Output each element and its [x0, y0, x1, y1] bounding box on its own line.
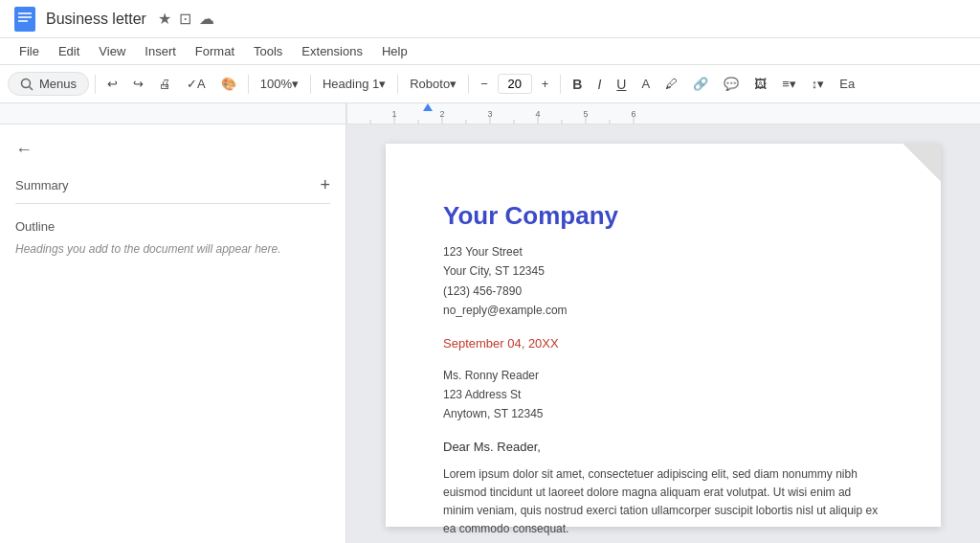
- undo-button[interactable]: ↩: [101, 73, 123, 95]
- ruler-svg: 1 2 3 4 5 6: [346, 103, 980, 124]
- line-spacing-button[interactable]: ↕▾: [806, 73, 831, 95]
- cloud-icon[interactable]: ☁: [199, 10, 214, 28]
- underline-button[interactable]: U: [611, 73, 632, 96]
- date-line: September 04, 20XX: [443, 336, 883, 351]
- main-area: ← Summary + Outline Headings you add to …: [0, 124, 980, 543]
- font-size-decrease[interactable]: −: [475, 73, 494, 95]
- ruler-row: 1 2 3 4 5 6: [0, 103, 980, 124]
- search-icon: [20, 78, 33, 91]
- italic-button[interactable]: I: [591, 73, 607, 96]
- image-button[interactable]: 🖼: [748, 73, 772, 95]
- search-menus-button[interactable]: Menus: [8, 72, 89, 96]
- redo-button[interactable]: ↪: [127, 73, 149, 95]
- summary-label: Summary: [15, 178, 69, 192]
- svg-rect-3: [18, 20, 28, 22]
- recipient-addr2: Anytown, ST 12345: [443, 404, 883, 423]
- address-line2: Your City, ST 12345: [443, 261, 883, 281]
- menu-extensions[interactable]: Extensions: [294, 42, 370, 60]
- ruler-left: [0, 103, 346, 124]
- link-button[interactable]: 🔗: [687, 73, 714, 95]
- address-line4: no_reply@example.com: [443, 301, 883, 320]
- sidebar-summary-row: Summary +: [15, 175, 330, 195]
- menu-view[interactable]: View: [91, 42, 133, 60]
- title-bar: Business letter ★ ⊡ ☁: [0, 0, 980, 38]
- menu-file[interactable]: File: [11, 42, 47, 60]
- separator-6: [560, 75, 561, 94]
- ruler-right: 1 2 3 4 5 6: [346, 103, 980, 124]
- recipient-block: Ms. Ronny Reader 123 Address St Anytown,…: [443, 366, 883, 424]
- svg-rect-0: [14, 7, 35, 32]
- ruler-cursor: [423, 103, 433, 111]
- document-title[interactable]: Business letter: [46, 11, 146, 28]
- heading-style-label: Heading 1: [323, 77, 379, 91]
- separator-5: [468, 75, 469, 94]
- comment-button[interactable]: 💬: [718, 73, 745, 95]
- highlight-button[interactable]: 🖊: [659, 73, 683, 95]
- separator: [95, 75, 96, 94]
- recipient-addr1: 123 Address St: [443, 385, 883, 404]
- zoom-value: 100%: [260, 77, 292, 91]
- bold-button[interactable]: B: [567, 73, 588, 96]
- company-name: Your Company: [443, 201, 883, 231]
- heading-dropdown-icon: ▾: [379, 77, 386, 91]
- outline-label: Outline: [15, 219, 330, 234]
- paint-format-button[interactable]: 🎨: [215, 73, 242, 95]
- docs-icon: [11, 6, 38, 33]
- title-actions: ★ ⊡ ☁: [158, 10, 214, 28]
- font-size-increase[interactable]: +: [536, 73, 555, 95]
- summary-add-button[interactable]: +: [320, 175, 330, 195]
- separator-2: [248, 75, 249, 94]
- sidebar-back-button[interactable]: ←: [15, 140, 33, 160]
- address-block: 123 Your Street Your City, ST 12345 (123…: [443, 242, 883, 321]
- ea-label: Ea: [839, 77, 855, 91]
- svg-line-5: [30, 86, 33, 90]
- recipient-name: Ms. Ronny Reader: [443, 366, 883, 385]
- sidebar-divider: [15, 203, 330, 204]
- separator-3: [310, 75, 311, 94]
- heading-style-button[interactable]: Heading 1 ▾: [317, 73, 391, 95]
- document-page[interactable]: Your Company 123 Your Street Your City, …: [386, 144, 941, 527]
- address-line1: 123 Your Street: [443, 242, 883, 261]
- print-button[interactable]: 🖨: [153, 73, 177, 95]
- font-size-input[interactable]: [498, 74, 532, 94]
- menu-insert[interactable]: Insert: [137, 42, 184, 60]
- more-options-button[interactable]: Ea: [834, 73, 860, 95]
- outline-hint: Headings you add to the document will ap…: [15, 241, 330, 258]
- font-family-button[interactable]: Roboto ▾: [404, 73, 462, 95]
- document-area[interactable]: Your Company 123 Your Street Your City, …: [346, 124, 980, 543]
- font-dropdown-icon: ▾: [450, 77, 457, 91]
- menu-tools[interactable]: Tools: [246, 42, 290, 60]
- zoom-dropdown-icon: ▾: [292, 77, 299, 91]
- svg-rect-1: [18, 12, 32, 14]
- menu-help[interactable]: Help: [374, 42, 415, 60]
- body-text: Lorem ipsum dolor sit amet, consectetuer…: [443, 465, 883, 539]
- salutation: Dear Ms. Reader,: [443, 440, 883, 454]
- svg-rect-2: [18, 16, 32, 18]
- align-button[interactable]: ≡▾: [776, 73, 802, 95]
- sidebar: ← Summary + Outline Headings you add to …: [0, 124, 346, 543]
- font-family-label: Roboto: [410, 77, 450, 91]
- toolbar: Menus ↩ ↪ 🖨 ✓A 🎨 100% ▾ Heading 1 ▾ Robo…: [0, 65, 980, 103]
- menu-format[interactable]: Format: [188, 42, 242, 60]
- separator-4: [397, 75, 398, 94]
- svg-point-4: [22, 79, 31, 87]
- menu-edit[interactable]: Edit: [51, 42, 87, 60]
- font-color-button[interactable]: A: [635, 73, 656, 95]
- address-line3: (123) 456-7890: [443, 282, 883, 301]
- menus-label: Menus: [39, 77, 77, 91]
- zoom-button[interactable]: 100% ▾: [255, 73, 304, 95]
- menu-bar: File Edit View Insert Format Tools Exten…: [0, 38, 980, 65]
- spellcheck-button[interactable]: ✓A: [181, 73, 212, 95]
- star-icon[interactable]: ★: [158, 10, 171, 28]
- folder-icon[interactable]: ⊡: [179, 10, 191, 28]
